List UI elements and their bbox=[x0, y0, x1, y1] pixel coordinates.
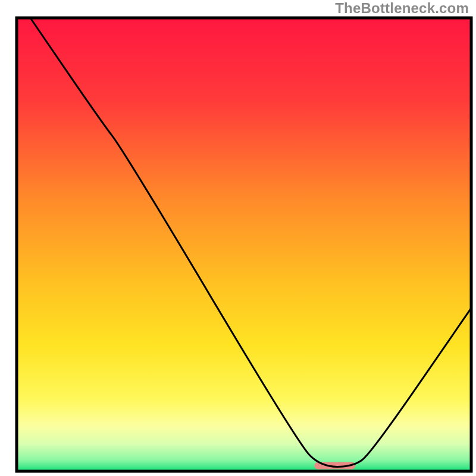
watermark-text: TheBottleneck.com bbox=[335, 0, 469, 17]
chart-container: TheBottleneck.com bbox=[0, 0, 476, 476]
chart-background-gradient bbox=[17, 18, 471, 471]
bottleneck-chart bbox=[0, 0, 476, 476]
